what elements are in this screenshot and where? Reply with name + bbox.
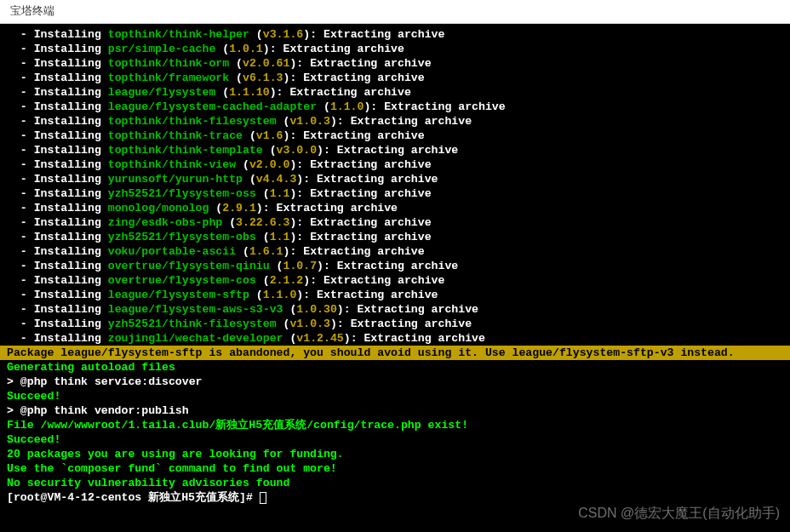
window-title: 宝塔终端 bbox=[10, 4, 54, 17]
shell-prompt[interactable]: [root@VM-4-12-centos 新独立H5充值系统]# bbox=[7, 490, 783, 505]
install-line: - Installing league/flysystem (1.1.10): … bbox=[7, 85, 783, 100]
install-line: - Installing topthink/think-orm (v2.0.61… bbox=[7, 56, 783, 71]
install-line: - Installing topthink/think-filesystem (… bbox=[7, 114, 783, 129]
install-line: - Installing zing/esdk-obs-php (3.22.6.3… bbox=[7, 215, 783, 230]
install-line: - Installing league/flysystem-sftp (1.1.… bbox=[7, 288, 783, 302]
funding-line: 20 packages you are using are looking fo… bbox=[7, 447, 783, 461]
install-line: - Installing zoujingli/wechat-developer … bbox=[7, 331, 783, 346]
install-line: - Installing topthink/think-template (v3… bbox=[7, 143, 783, 157]
install-line: - Installing topthink/think-helper (v3.1… bbox=[7, 27, 783, 42]
succeed-line: Succeed! bbox=[7, 389, 783, 403]
install-line: - Installing topthink/framework (v6.1.3)… bbox=[7, 71, 783, 85]
file-exist-line: File /www/wwwroot/1.taila.club/新独立H5充值系统… bbox=[7, 418, 783, 432]
install-line: - Installing psr/simple-cache (1.0.1): E… bbox=[7, 42, 783, 56]
install-line: - Installing yzh52521/flysystem-oss (1.1… bbox=[7, 186, 783, 201]
install-line: - Installing topthink/think-view (v2.0.0… bbox=[7, 157, 783, 172]
window-title-bar: 宝塔终端 bbox=[0, 0, 790, 24]
fund-cmd-line: Use the `composer fund` command to find … bbox=[7, 461, 783, 476]
autoload-line: Generating autoload files bbox=[7, 360, 783, 375]
install-line: - Installing league/flysystem-cached-ada… bbox=[7, 100, 783, 114]
install-line: - Installing yurunsoft/yurun-http (v4.4.… bbox=[7, 172, 783, 186]
cmd-line: > @php think service:discover bbox=[7, 375, 783, 389]
abandoned-warning: Package league/flysystem-sftp is abandon… bbox=[0, 346, 790, 360]
install-line: - Installing overtrue/flysystem-qiniu (1… bbox=[7, 259, 783, 273]
install-line: - Installing monolog/monolog (2.9.1): Ex… bbox=[7, 201, 783, 215]
succeed-line: Succeed! bbox=[7, 432, 783, 447]
install-line: - Installing yzh52521/flysystem-obs (1.1… bbox=[7, 230, 783, 244]
install-line: - Installing voku/portable-ascii (1.6.1)… bbox=[7, 244, 783, 259]
watermark-text: CSDN @德宏大魔王(自动化助手) bbox=[578, 506, 780, 520]
install-line: - Installing overtrue/flysystem-cos (2.1… bbox=[7, 273, 783, 288]
install-line: - Installing league/flysystem-aws-s3-v3 … bbox=[7, 302, 783, 317]
terminal-output: - Installing topthink/think-helper (v3.1… bbox=[7, 27, 783, 505]
terminal-area[interactable]: - Installing topthink/think-helper (v3.1… bbox=[0, 24, 790, 532]
install-line: - Installing topthink/think-trace (v1.6)… bbox=[7, 129, 783, 143]
cursor-icon bbox=[260, 492, 266, 504]
no-vuln-line: No security vulnerability advisories fou… bbox=[7, 476, 783, 490]
cmd-line: > @php think vendor:publish bbox=[7, 403, 783, 418]
install-line: - Installing yzh52521/think-filesystem (… bbox=[7, 317, 783, 331]
